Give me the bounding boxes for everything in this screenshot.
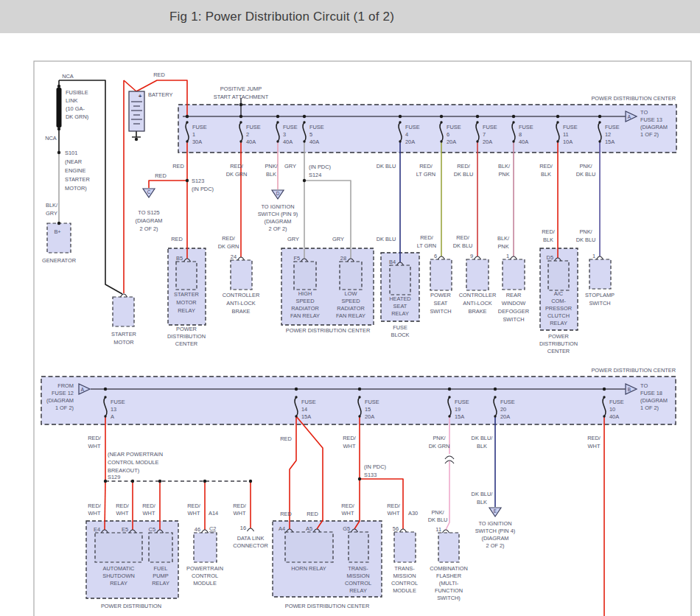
diagram-label: MISSION — [393, 573, 416, 579]
diagram-label: FUSE 13 — [640, 116, 662, 123]
diagram-label: POSITIVE JUMP — [220, 85, 262, 92]
fuse-end-dot — [440, 140, 442, 142]
diagram-label: BLK — [266, 171, 276, 178]
fuse-label: A — [111, 413, 114, 420]
diagram-label: WHT — [588, 443, 601, 449]
diagram-label: TO — [640, 109, 648, 116]
diagram-label: MISSION — [346, 573, 369, 579]
fuse-end-dot — [358, 396, 360, 398]
pin-label: E5 — [122, 526, 128, 533]
diagram-label: RELAY — [550, 320, 567, 326]
diagram-label: BATTERY — [148, 91, 172, 98]
diagram-label: FAN RELAY — [290, 312, 320, 319]
diagram-label: SHUTDOWN — [102, 573, 135, 579]
diagram-label: BLK/ — [498, 163, 511, 169]
diagram-label: A14 — [209, 510, 218, 517]
diagram-label: PNK — [498, 171, 509, 178]
diagram-label: RELAY — [178, 307, 195, 314]
fuse-label: FUSE — [192, 124, 207, 130]
battery-plus: + — [139, 93, 142, 99]
diagram-label: SPEED — [341, 298, 360, 304]
fuse-end-dot — [295, 415, 297, 417]
diagram-label: FROM — [57, 382, 74, 389]
diagram-label: DISTRIBUTION — [539, 340, 578, 347]
fuse-end-dot — [186, 121, 188, 123]
fuse-label: 20A — [500, 413, 510, 420]
diagram-label: GRY — [287, 236, 299, 242]
diagram-label: S101 — [65, 150, 77, 156]
fuse-end-dot — [603, 415, 605, 417]
diagram-label: RED — [280, 511, 292, 517]
controller-abs-box-1 — [231, 260, 252, 290]
diagram-label: LINK — [66, 97, 78, 104]
fuse-label: 3 — [283, 131, 286, 138]
diagram-label: 2 OF 2) — [486, 542, 504, 549]
diagram-label: FUEL — [154, 565, 168, 572]
fuse-label: FUSE — [609, 399, 624, 405]
diagram-label: RADIATOR — [337, 305, 365, 312]
pin-label: 1 — [592, 253, 595, 259]
fuse-label: 1 — [192, 131, 195, 138]
transmission-control-relay-inner — [349, 532, 368, 562]
junction-dot — [295, 388, 298, 391]
fuse-label: 40A — [309, 139, 319, 145]
pin-label: 16 — [240, 525, 246, 531]
diagram-label: S123 — [192, 178, 204, 184]
diagram-label: LT GRN — [416, 171, 435, 178]
diagram-label: CONTROL — [391, 580, 418, 587]
triangle-letter: C — [147, 189, 151, 195]
diagram-label: FUSIBLE — [66, 89, 88, 96]
diagram-label: (IN PDC) — [309, 164, 331, 170]
fuse-label: 11 — [563, 131, 569, 138]
diagram-label: PNK — [497, 243, 508, 250]
diagram-label: HORN RELAY — [291, 565, 326, 572]
diagram-label: WHT — [342, 510, 354, 517]
fuse-end-dot — [239, 121, 242, 123]
fuse-label: 40A — [246, 139, 256, 145]
diagram-label: RED — [153, 71, 165, 78]
diagram-label: SWITCH — [589, 300, 610, 307]
fuse-label: FUSE — [309, 124, 324, 130]
fuse-end-dot — [494, 415, 496, 417]
triangle-letter: D — [276, 191, 280, 196]
diagram-label: WHT — [388, 510, 400, 517]
fuse-label: 40A — [283, 139, 293, 145]
diagram-label: CONTROL — [345, 580, 371, 587]
diagram-label: WHT — [343, 443, 356, 449]
pin-label: 46 — [195, 526, 200, 533]
diagram-label: WHT — [188, 510, 200, 517]
generator-box — [47, 223, 71, 253]
diagram-label: DK BLU — [454, 171, 474, 178]
junction-dot — [186, 179, 189, 182]
fuse-end-dot — [440, 121, 442, 123]
power-seat-switch-box — [430, 259, 452, 290]
diagram-label: RED/ — [420, 234, 434, 241]
diagram-label: RELAY — [349, 587, 367, 594]
junction-dot — [104, 480, 107, 483]
diagram-label: WHT — [88, 443, 101, 449]
rear-defogger-switch-box — [503, 259, 525, 290]
wire — [149, 181, 187, 188]
pin-label: 9 — [470, 253, 473, 259]
diagram-label: 2 OF 2) — [268, 225, 287, 232]
fuse-end-dot — [448, 415, 450, 417]
junction-dot — [399, 115, 402, 118]
diagram-label: POWER DISTRIBUTION CENTER — [591, 95, 676, 102]
diagram-label: DK BLU — [453, 242, 473, 249]
fuse-label: 8 — [519, 131, 522, 138]
fuse-label: 20 — [500, 406, 506, 413]
diagram-label: DK GRN — [218, 243, 239, 250]
diagram-label: HIGH — [298, 290, 312, 297]
fuse-label: 40A — [609, 413, 619, 420]
diagram-label: SPEED — [295, 298, 314, 304]
diagram-label: DK BLU — [377, 163, 396, 169]
ac-clutch-relay-inner — [548, 261, 569, 290]
wire — [304, 181, 351, 259]
diagram-label: POWER — [548, 333, 569, 340]
diagram-label: START ATTACHMENT — [214, 94, 269, 100]
diagram-label: ANTI-LOCK — [226, 300, 255, 307]
fuse-label: FUSE — [447, 124, 461, 130]
fuse-label: FUSE — [283, 124, 298, 130]
fuse-label: 20A — [483, 139, 492, 145]
diagram-label: B+ — [54, 228, 60, 235]
